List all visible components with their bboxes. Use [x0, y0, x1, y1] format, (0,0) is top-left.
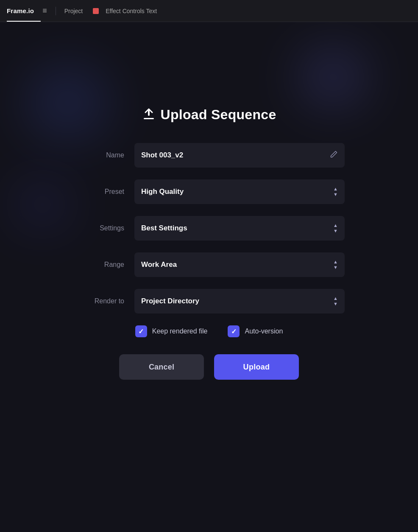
settings-select[interactable]: Best Settings ▲ ▼	[134, 216, 345, 241]
range-field-row: Range Work Area ▲ ▼	[73, 252, 345, 277]
preset-select[interactable]: High Quality ▲ ▼	[134, 179, 345, 204]
name-value: Shot 003_v2	[141, 151, 183, 160]
upload-dialog: Upload Sequence Name Shot 003_v2 Preset …	[73, 107, 345, 380]
keep-rendered-checkmark: ✓	[138, 328, 144, 336]
checkboxes-row: ✓ Keep rendered file ✓ Auto-version	[73, 325, 345, 337]
titlebar-project-label: Project	[64, 8, 83, 14]
keep-rendered-checkbox[interactable]: ✓	[135, 325, 147, 337]
cancel-button[interactable]: Cancel	[119, 354, 204, 380]
preset-label: Preset	[73, 188, 124, 196]
bg-blob-purple	[299, 48, 367, 107]
name-label: Name	[73, 151, 124, 159]
svg-rect-0	[144, 118, 154, 119]
upload-header-icon	[142, 107, 156, 123]
name-field-row: Name Shot 003_v2	[73, 143, 345, 168]
titlebar-divider	[56, 7, 56, 15]
active-tab-underline	[7, 21, 41, 22]
range-label: Range	[73, 261, 124, 269]
range-value: Work Area	[141, 260, 177, 269]
bg-blob-blue2	[17, 183, 68, 226]
render-to-label: Render to	[73, 297, 124, 305]
edit-icon	[329, 150, 338, 161]
range-select[interactable]: Work Area ▲ ▼	[134, 252, 345, 277]
auto-version-checkbox-item[interactable]: ✓ Auto-version	[228, 325, 283, 337]
name-input[interactable]: Shot 003_v2	[134, 143, 345, 168]
auto-version-label: Auto-version	[245, 328, 283, 335]
titlebar: Frame.io ≡ Project Effect Controls Text	[0, 0, 418, 22]
main-content: Upload Sequence Name Shot 003_v2 Preset …	[0, 22, 418, 532]
render-to-field-row: Render to Project Directory ▲ ▼	[73, 289, 345, 314]
menu-icon[interactable]: ≡	[42, 6, 47, 15]
settings-label: Settings	[73, 224, 124, 232]
auto-version-checkmark: ✓	[231, 328, 237, 336]
render-to-spinner: ▲ ▼	[333, 296, 338, 306]
keep-rendered-checkbox-item[interactable]: ✓ Keep rendered file	[135, 325, 208, 337]
render-to-select[interactable]: Project Directory ▲ ▼	[134, 289, 345, 314]
effect-controls-indicator	[93, 8, 99, 14]
effect-controls-label: Effect Controls Text	[106, 8, 157, 14]
settings-field-row: Settings Best Settings ▲ ▼	[73, 216, 345, 241]
preset-value: High Quality	[141, 188, 184, 196]
auto-version-checkbox[interactable]: ✓	[228, 325, 240, 337]
render-to-value: Project Directory	[141, 297, 199, 305]
range-spinner: ▲ ▼	[333, 260, 338, 270]
upload-button[interactable]: Upload	[214, 354, 299, 380]
dialog-title: Upload Sequence	[161, 107, 276, 123]
buttons-row: Cancel Upload	[73, 354, 345, 380]
preset-field-row: Preset High Quality ▲ ▼	[73, 179, 345, 204]
dialog-title-row: Upload Sequence	[73, 107, 345, 123]
app-name: Frame.io	[7, 7, 34, 14]
settings-spinner: ▲ ▼	[333, 223, 338, 233]
preset-spinner: ▲ ▼	[333, 187, 338, 197]
keep-rendered-label: Keep rendered file	[152, 328, 208, 335]
settings-value: Best Settings	[141, 224, 187, 232]
